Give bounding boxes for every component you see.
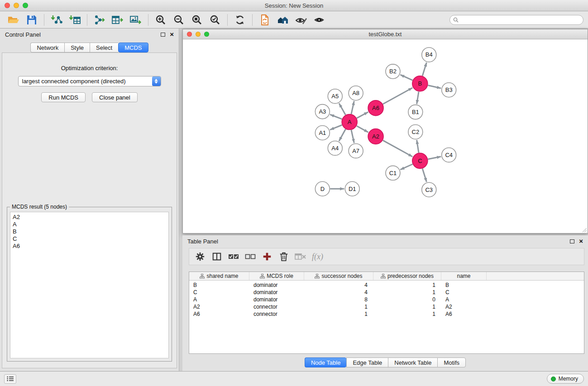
fullscreen-window-button[interactable] [23,3,28,8]
export-table-button[interactable] [109,13,127,27]
zoom-selected-button[interactable] [206,13,224,27]
graph-edge-B-B1[interactable] [417,92,419,104]
graph-node-A8[interactable]: A8 [349,86,363,100]
show-graphics-button[interactable] [310,13,328,27]
home-button[interactable] [274,13,292,27]
export-image-button[interactable] [127,13,145,27]
graph-node-B3[interactable]: B3 [442,83,456,97]
graph-node-C4[interactable]: C4 [442,148,456,162]
graph-node-C[interactable]: C [412,153,428,168]
mcds-result-list[interactable]: A2ABCA6 [10,212,169,358]
mcds-result-item[interactable]: B [13,228,166,235]
graph-edge-C-C4[interactable] [428,157,441,159]
save-session-button[interactable] [23,13,41,27]
graph-node-C2[interactable]: C2 [408,125,423,139]
graph-node-A6[interactable]: A6 [368,100,383,116]
close-panel-button[interactable]: Close panel [92,92,138,102]
open-session-button[interactable] [5,13,23,27]
graph-edge-B-B3[interactable] [428,86,441,88]
graph-node-B4[interactable]: B4 [422,48,436,62]
zoom-out-button[interactable] [170,13,188,27]
close-panel-icon[interactable]: × [170,32,174,37]
graph-edge-C-C1[interactable] [400,164,412,170]
table-row[interactable]: Bdominator41B [189,281,584,289]
tab-style[interactable]: Style [64,43,90,52]
mcds-result-item[interactable]: A6 [13,243,166,250]
mcds-result-item[interactable]: A2 [13,214,166,221]
column-header-mcds-role[interactable]: MCDS role [249,272,304,280]
graph-node-A4[interactable]: A4 [328,141,342,155]
minimize-window-button[interactable] [14,3,19,8]
network-window-titlebar[interactable]: testGlobe.txt [183,29,588,39]
column-header-shared-name[interactable]: shared name [189,272,249,280]
task-history-button[interactable] [4,374,16,384]
graph-node-B1[interactable]: B1 [408,105,423,119]
mcds-result-item[interactable]: C [13,235,166,243]
graph-edge-A-A2[interactable] [357,126,368,132]
float-panel-icon[interactable] [161,33,165,37]
zoom-in-button[interactable] [152,13,170,27]
graph-node-A[interactable]: A [342,114,357,130]
graph-node-D1[interactable]: D1 [345,181,359,196]
graph-node-B2[interactable]: B2 [386,64,400,79]
graph-node-A2[interactable]: A2 [368,129,383,144]
graph-edge-B-B2[interactable] [400,75,412,80]
document-sync-button[interactable] [256,13,274,27]
network-canvas[interactable]: B4B2BB3A5A8A6B1A3AC2A1A2A4A7CC4C1C3DD1 [183,39,588,233]
graph-edge-A-A1[interactable] [330,125,342,130]
close-window-button[interactable] [5,3,10,8]
graph-edge-A-A7[interactable] [351,130,354,143]
select-all-columns-button[interactable] [226,250,241,263]
graph-edge-A2-C[interactable] [383,140,412,157]
graph-edge-A-A6[interactable] [357,112,368,118]
graph-node-C1[interactable]: C1 [386,166,400,180]
apply-layout-button[interactable] [231,13,249,27]
create-column-button[interactable] [260,250,274,263]
graph-edge-B-B4[interactable] [422,62,426,76]
table-row[interactable]: A6connector11A6 [189,310,584,318]
import-table-button[interactable] [66,13,84,27]
tab-network[interactable]: Network [30,43,64,52]
graph-node-C3[interactable]: C3 [422,182,436,197]
search-input[interactable] [449,15,583,25]
delete-column-button[interactable] [277,250,291,263]
network-close-button[interactable] [187,32,192,37]
graph-edge-A-A3[interactable] [330,114,342,119]
tab-motifs[interactable]: Motifs [437,357,466,367]
graph-node-A5[interactable]: A5 [328,89,342,104]
delete-table-button[interactable] [293,250,308,263]
network-graph-svg[interactable]: B4B2BB3A5A8A6B1A3AC2A1A2A4A7CC4C1C3DD1 [183,39,588,233]
graph-edge-C-C3[interactable] [422,169,426,182]
network-minimize-button[interactable] [196,32,201,37]
graph-edge-A-A8[interactable] [351,101,354,114]
export-network-button[interactable] [91,13,109,27]
tab-node-table[interactable]: Node Table [305,357,347,367]
graph-node-A7[interactable]: A7 [349,143,363,158]
graph-edge-A-A5[interactable] [339,103,345,115]
graph-edge-A6-B[interactable] [383,88,412,104]
network-zoom-button[interactable] [204,32,209,37]
float-table-panel-icon[interactable] [570,239,574,243]
mcds-result-item[interactable]: A [13,221,166,228]
tab-edge-table[interactable]: Edge Table [346,357,388,367]
graph-node-D[interactable]: D [315,181,330,196]
tab-network-table[interactable]: Network Table [388,357,437,367]
close-table-panel-icon[interactable]: × [579,238,583,244]
table-row[interactable]: Adominator80A [189,296,584,303]
resize-grip-icon[interactable] [582,227,587,233]
hide-graphics-button[interactable] [292,13,310,27]
run-mcds-button[interactable]: Run MCDS [41,92,86,102]
function-builder-button[interactable]: f(x) [312,252,323,262]
column-header-name[interactable]: name [441,272,487,280]
graph-edge-A-A4[interactable] [339,129,346,141]
graph-node-B[interactable]: B [412,76,428,91]
import-network-button[interactable] [48,13,66,27]
table-row[interactable]: A2connector11A2 [189,303,584,310]
tab-mcds[interactable]: MCDS [118,43,148,52]
table-row[interactable]: Cdominator41C [189,289,584,296]
column-header-predecessor-nodes[interactable]: predecessor nodes [373,272,441,280]
deselect-all-columns-button[interactable] [243,250,258,263]
memory-indicator-button[interactable]: Memory [547,374,584,384]
split-panel-button[interactable] [210,250,224,263]
graph-edge-C-C2[interactable] [417,140,419,152]
